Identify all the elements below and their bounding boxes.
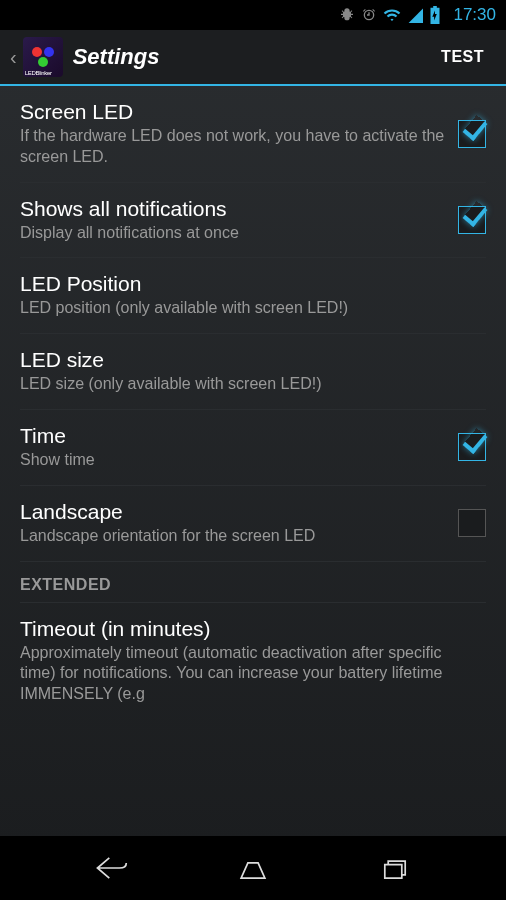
setting-title: Landscape (20, 500, 448, 524)
nav-back-button[interactable] (81, 848, 141, 888)
status-bar: 17:30 (0, 0, 506, 30)
alarm-icon (361, 7, 377, 23)
setting-subtitle: LED position (only available with screen… (20, 298, 476, 319)
setting-shows-all-notifications[interactable]: Shows all notifications Display all noti… (20, 183, 486, 259)
nav-home-button[interactable] (223, 848, 283, 888)
setting-title: Timeout (in minutes) (20, 617, 476, 641)
setting-title: Screen LED (20, 100, 448, 124)
setting-subtitle: Show time (20, 450, 448, 471)
section-header-extended: EXTENDED (20, 562, 486, 603)
page-title: Settings (73, 44, 429, 70)
setting-landscape[interactable]: Landscape Landscape orientation for the … (20, 486, 486, 562)
app-icon[interactable]: LEDBlinker (23, 37, 63, 77)
setting-timeout[interactable]: Timeout (in minutes) Approximately timeo… (20, 603, 486, 719)
action-bar: ‹ LEDBlinker Settings TEST (0, 30, 506, 86)
checkbox[interactable] (458, 433, 486, 461)
setting-subtitle: LED size (only available with screen LED… (20, 374, 476, 395)
setting-led-position[interactable]: LED Position LED position (only availabl… (20, 258, 486, 334)
setting-title: Shows all notifications (20, 197, 448, 221)
setting-title: Time (20, 424, 448, 448)
setting-subtitle: Approximately timeout (automatic deactiv… (20, 643, 476, 705)
battery-icon (429, 6, 441, 24)
nav-recent-button[interactable] (365, 848, 425, 888)
checkbox[interactable] (458, 206, 486, 234)
checkbox[interactable] (458, 120, 486, 148)
setting-screen-led[interactable]: Screen LED If the hardware LED does not … (20, 86, 486, 183)
debug-icon (339, 7, 355, 23)
setting-subtitle: If the hardware LED does not work, you h… (20, 126, 448, 168)
setting-subtitle: Display all notifications at once (20, 223, 448, 244)
signal-icon (407, 7, 423, 23)
wifi-icon (383, 7, 401, 23)
setting-time[interactable]: Time Show time (20, 410, 486, 486)
status-time: 17:30 (453, 5, 496, 25)
setting-led-size[interactable]: LED size LED size (only available with s… (20, 334, 486, 410)
setting-subtitle: Landscape orientation for the screen LED (20, 526, 448, 547)
settings-list: Screen LED If the hardware LED does not … (0, 86, 506, 719)
setting-title: LED Position (20, 272, 476, 296)
setting-title: LED size (20, 348, 476, 372)
checkbox[interactable] (458, 509, 486, 537)
test-button[interactable]: TEST (429, 40, 496, 74)
back-caret-icon[interactable]: ‹ (10, 46, 17, 69)
navigation-bar (0, 836, 506, 900)
